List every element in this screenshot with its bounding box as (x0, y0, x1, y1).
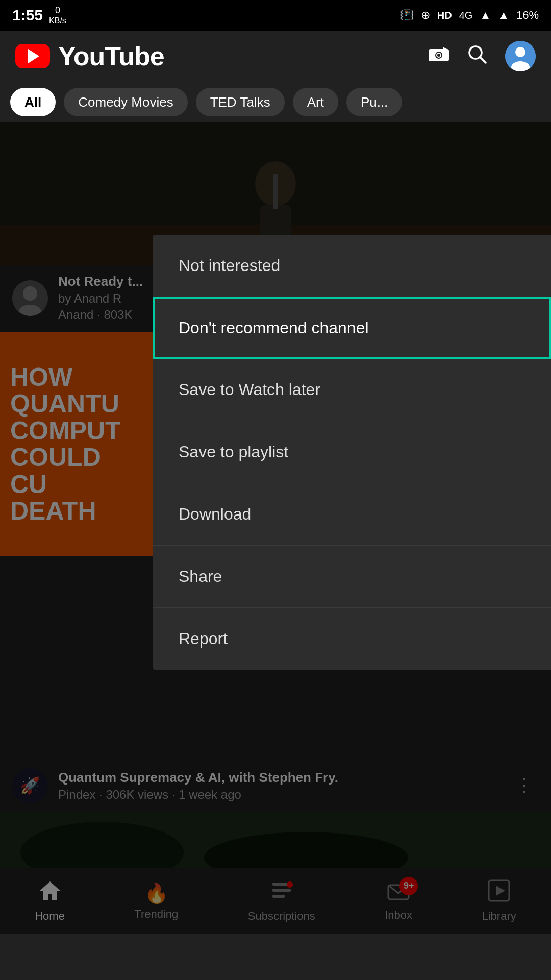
menu-item-save-watch-later[interactable]: Save to Watch later (153, 359, 551, 421)
tab-more[interactable]: Pu... (346, 88, 402, 116)
status-time: 1:55 (12, 7, 43, 24)
menu-item-report[interactable]: Report (153, 608, 551, 670)
youtube-title: YouTube (58, 41, 164, 71)
camera-icon[interactable] (429, 45, 449, 68)
status-kb: 0 KB/s (49, 5, 66, 26)
user-avatar[interactable] (505, 41, 536, 71)
search-icon[interactable] (467, 44, 487, 68)
network-icon: 4G (459, 10, 473, 21)
header: YouTube (0, 31, 551, 82)
menu-item-save-playlist[interactable]: Save to playlist (153, 421, 551, 483)
menu-item-download[interactable]: Download (153, 483, 551, 546)
context-menu: Not interested Don't recommend channel S… (153, 235, 551, 670)
signal2-icon: ▲ (498, 9, 509, 22)
svg-point-4 (437, 54, 440, 57)
svg-marker-1 (443, 47, 447, 49)
status-bar: 1:55 0 KB/s 📳 ⊕ HD 4G ▲ ▲ 16% (0, 0, 551, 31)
battery-icon: 16% (516, 9, 539, 22)
status-left: 1:55 0 KB/s (12, 5, 66, 26)
svg-point-8 (515, 47, 525, 57)
content-area: Not Ready t... by Anand R Anand · 803K H… (0, 122, 551, 934)
youtube-logo-icon[interactable] (15, 44, 50, 68)
hd-icon: HD (437, 10, 452, 21)
svg-line-6 (480, 57, 486, 63)
status-right: 📳 ⊕ HD 4G ▲ ▲ 16% (400, 9, 539, 22)
wifi-icon: ⊕ (421, 9, 430, 22)
vibrate-icon: 📳 (400, 9, 414, 22)
category-tabs: All Comedy Movies TED Talks Art Pu... (0, 82, 551, 122)
menu-item-not-interested[interactable]: Not interested (153, 235, 551, 297)
logo-area: YouTube (15, 41, 164, 71)
tab-ted-talks[interactable]: TED Talks (196, 88, 285, 116)
tab-comedy-movies[interactable]: Comedy Movies (64, 88, 187, 116)
tab-all[interactable]: All (10, 88, 56, 116)
menu-item-dont-recommend[interactable]: Don't recommend channel (153, 297, 551, 359)
tab-art[interactable]: Art (293, 88, 338, 116)
menu-item-share[interactable]: Share (153, 546, 551, 608)
header-icons (429, 41, 536, 71)
signal-icon: ▲ (480, 9, 491, 22)
play-triangle (28, 49, 39, 63)
